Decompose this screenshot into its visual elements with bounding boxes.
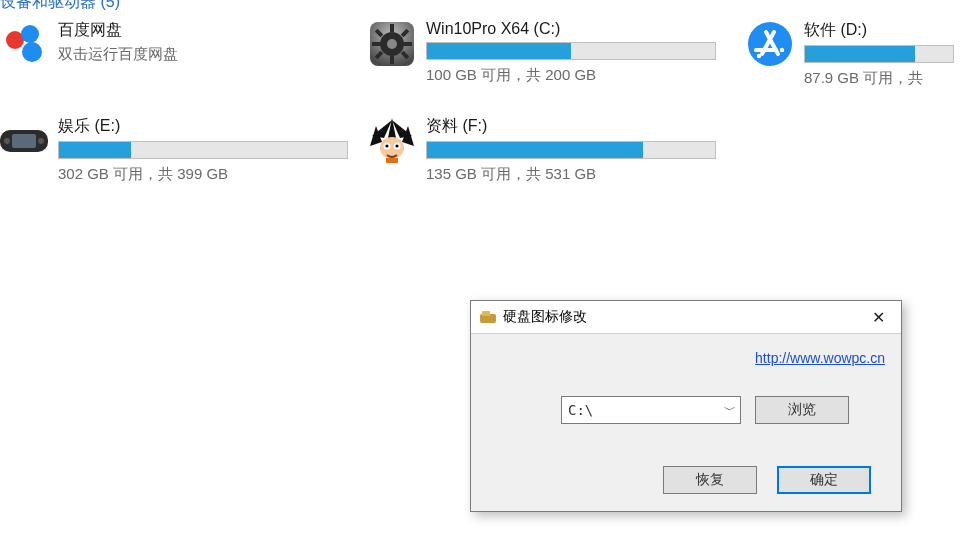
restore-button[interactable]: 恢复 [663, 466, 757, 494]
drive-combobox[interactable]: C:\ ﹀ [561, 396, 741, 424]
goku-icon [368, 116, 416, 164]
app-tile-baidu[interactable]: 百度网盘 双击运行百度网盘 [0, 20, 350, 68]
svg-point-2 [22, 42, 42, 62]
close-button[interactable]: ✕ [855, 301, 901, 333]
svg-point-22 [4, 138, 10, 144]
capacity-bar [58, 141, 348, 159]
dialog-titlebar[interactable]: 硬盘图标修改 ✕ [471, 301, 901, 334]
app-store-icon [746, 20, 794, 68]
website-link[interactable]: http://www.wowpc.cn [755, 350, 885, 366]
capacity-fill [427, 142, 643, 158]
svg-rect-29 [386, 158, 398, 163]
svg-point-13 [387, 39, 397, 49]
capacity-fill [59, 142, 131, 158]
dialog-body: http://www.wowpc.cn C:\ ﹀ 浏览 恢复 确定 [471, 334, 901, 512]
ok-button[interactable]: 确定 [777, 466, 871, 494]
drive-label: 软件 (D:) [804, 20, 954, 41]
chevron-down-icon: ﹀ [724, 402, 736, 419]
drive-capacity-text: 302 GB 可用，共 399 GB [58, 165, 348, 184]
browse-button[interactable]: 浏览 [755, 396, 849, 424]
drive-tile-d[interactable]: 软件 (D:) 87.9 GB 可用，共 [746, 20, 954, 88]
drive-capacity-text: 87.9 GB 可用，共 [804, 69, 954, 88]
svg-point-1 [21, 25, 39, 43]
svg-point-27 [385, 144, 388, 147]
drive-label: 资料 (F:) [426, 116, 716, 137]
svg-point-24 [380, 137, 404, 159]
baidu-icon [0, 20, 48, 68]
combobox-value: C:\ [568, 402, 593, 418]
svg-point-23 [38, 138, 44, 144]
drive-capacity-text: 100 GB 可用，共 200 GB [426, 66, 716, 85]
drive-label: Win10Pro X64 (C:) [426, 20, 716, 38]
drive-tile-c[interactable]: Win10Pro X64 (C:) 100 GB 可用，共 200 GB [368, 20, 716, 85]
svg-point-19 [757, 54, 761, 58]
tile-title: 百度网盘 [58, 20, 350, 41]
svg-rect-5 [390, 24, 394, 32]
svg-rect-31 [482, 311, 490, 316]
svg-rect-7 [372, 42, 380, 46]
dialog-title: 硬盘图标修改 [503, 308, 587, 326]
svg-rect-8 [404, 42, 412, 46]
section-header: 设备和驱动器 (5) [0, 0, 120, 13]
capacity-bar [426, 141, 716, 159]
psp-icon [0, 116, 48, 164]
capacity-fill [805, 46, 915, 62]
svg-point-18 [780, 48, 784, 52]
capacity-bar [426, 42, 716, 60]
capacity-bar [804, 45, 954, 63]
drive-capacity-text: 135 GB 可用，共 531 GB [426, 165, 716, 184]
close-icon: ✕ [872, 308, 885, 327]
svg-point-28 [395, 144, 398, 147]
drive-label: 娱乐 (E:) [58, 116, 348, 137]
gear-icon [368, 20, 416, 68]
drive-tile-e[interactable]: 娱乐 (E:) 302 GB 可用，共 399 GB [0, 116, 348, 184]
capacity-fill [427, 43, 571, 59]
dialog-icon [479, 308, 497, 326]
svg-rect-21 [12, 134, 36, 148]
tile-subtitle: 双击运行百度网盘 [58, 45, 350, 64]
svg-rect-6 [390, 56, 394, 64]
drive-tile-f[interactable]: 资料 (F:) 135 GB 可用，共 531 GB [368, 116, 716, 184]
disk-icon-dialog: 硬盘图标修改 ✕ http://www.wowpc.cn C:\ ﹀ 浏览 恢复… [470, 300, 902, 512]
svg-point-14 [748, 22, 792, 66]
